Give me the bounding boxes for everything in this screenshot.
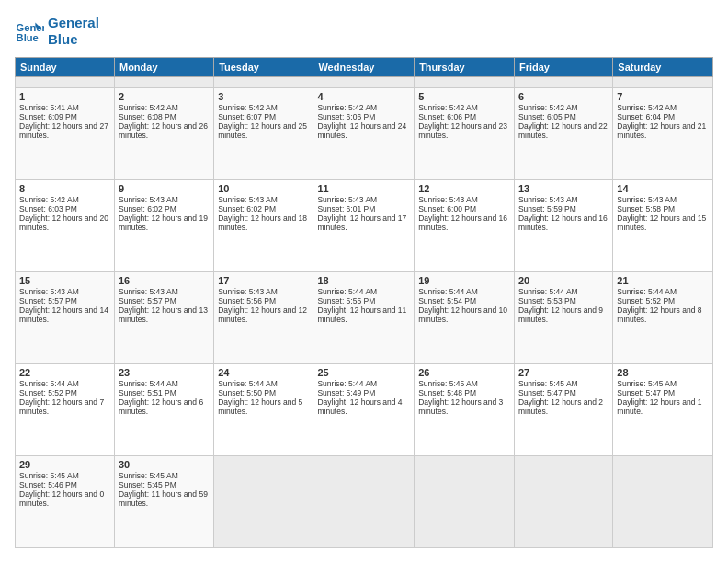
calendar-page: General Blue General Blue SundayMondayTu… [0,0,728,563]
day-number: 22 [19,367,110,378]
sunset: Sunset: 6:00 PM [418,204,476,213]
calendar-cell [214,455,313,547]
sunset: Sunset: 6:02 PM [218,204,276,213]
col-header-tuesday: Tuesday [214,58,313,77]
header: General Blue General Blue [15,15,713,48]
daylight-label: Daylight: 12 hours and 7 minutes. [19,397,104,416]
day-number: 17 [218,275,309,286]
day-number: 1 [19,91,110,102]
calendar-cell: 12Sunrise: 5:43 AMSunset: 6:00 PMDayligh… [415,179,515,271]
sunrise: Sunrise: 5:42 AM [317,103,377,112]
sunset: Sunset: 6:03 PM [19,204,77,213]
sunrise: Sunrise: 5:42 AM [518,103,578,112]
daylight-label: Daylight: 12 hours and 3 minutes. [418,397,503,416]
calendar-cell: 16Sunrise: 5:43 AMSunset: 5:57 PMDayligh… [114,271,213,363]
svg-text:Blue: Blue [17,32,39,43]
calendar-cell: 18Sunrise: 5:44 AMSunset: 5:55 PMDayligh… [313,271,415,363]
logo-general: General [48,15,99,31]
sunrise: Sunrise: 5:44 AM [19,379,79,388]
calendar-cell: 26Sunrise: 5:45 AMSunset: 5:48 PMDayligh… [415,363,515,455]
sunrise: Sunrise: 5:43 AM [19,287,79,296]
calendar-cell: 14Sunrise: 5:43 AMSunset: 5:58 PMDayligh… [613,179,713,271]
sunset: Sunset: 5:47 PM [617,388,675,397]
daylight-label: Daylight: 12 hours and 2 minutes. [518,397,603,416]
col-header-thursday: Thursday [415,58,515,77]
daylight-label: Daylight: 11 hours and 59 minutes. [119,489,208,508]
sunset: Sunset: 6:05 PM [518,112,576,121]
day-number: 29 [19,459,110,470]
calendar-cell: 15Sunrise: 5:43 AMSunset: 5:57 PMDayligh… [16,271,115,363]
daylight-label: Daylight: 12 hours and 18 minutes. [218,213,307,232]
calendar-cell: 25Sunrise: 5:44 AMSunset: 5:49 PMDayligh… [313,363,415,455]
daylight-label: Daylight: 12 hours and 11 minutes. [317,305,406,324]
logo-blue: Blue [48,31,99,48]
day-number: 25 [317,367,410,378]
calendar-cell [313,77,415,88]
calendar-cell: 7Sunrise: 5:42 AMSunset: 6:04 PMDaylight… [613,87,713,179]
sunset: Sunset: 5:52 PM [19,388,77,397]
calendar-cell [613,77,713,88]
logo-icon: General Blue [15,17,44,46]
calendar-cell [514,455,612,547]
day-number: 16 [119,275,210,286]
calendar-cell: 3Sunrise: 5:42 AMSunset: 6:07 PMDaylight… [214,87,313,179]
calendar-cell: 10Sunrise: 5:43 AMSunset: 6:02 PMDayligh… [214,179,313,271]
sunset: Sunset: 5:57 PM [119,296,176,305]
daylight-label: Daylight: 12 hours and 15 minutes. [617,213,706,232]
calendar-cell: 4Sunrise: 5:42 AMSunset: 6:06 PMDaylight… [313,87,415,179]
sunrise: Sunrise: 5:44 AM [218,379,278,388]
sunset: Sunset: 6:08 PM [119,112,176,121]
day-number: 20 [518,275,609,286]
col-header-monday: Monday [114,58,213,77]
day-number: 21 [617,275,709,286]
sunset: Sunset: 5:52 PM [617,296,675,305]
calendar-cell: 13Sunrise: 5:43 AMSunset: 5:59 PMDayligh… [514,179,612,271]
day-number: 2 [119,91,210,102]
sunrise: Sunrise: 5:44 AM [617,287,677,296]
day-number: 27 [518,367,609,378]
daylight-label: Daylight: 12 hours and 24 minutes. [317,121,406,140]
calendar-cell [514,77,612,88]
sunset: Sunset: 5:51 PM [119,388,176,397]
daylight-label: Daylight: 12 hours and 23 minutes. [418,121,507,140]
calendar-cell [114,77,213,88]
day-number: 4 [317,91,410,102]
daylight-label: Daylight: 12 hours and 21 minutes. [617,121,706,140]
sunset: Sunset: 5:48 PM [418,388,476,397]
daylight-label: Daylight: 12 hours and 14 minutes. [19,305,108,324]
sunset: Sunset: 5:50 PM [218,388,276,397]
sunrise: Sunrise: 5:44 AM [418,287,478,296]
calendar-cell [415,455,515,547]
daylight-label: Daylight: 12 hours and 8 minutes. [617,305,701,324]
week-row-3: 15Sunrise: 5:43 AMSunset: 5:57 PMDayligh… [16,271,713,363]
calendar-cell [214,77,313,88]
calendar-cell: 1Sunrise: 5:41 AMSunset: 6:09 PMDaylight… [16,87,115,179]
sunrise: Sunrise: 5:45 AM [518,379,578,388]
sunset: Sunset: 5:45 PM [119,480,176,489]
calendar-header-row: SundayMondayTuesdayWednesdayThursdayFrid… [16,58,713,77]
day-number: 23 [119,367,210,378]
calendar-cell: 29Sunrise: 5:45 AMSunset: 5:46 PMDayligh… [16,455,115,547]
sunset: Sunset: 6:04 PM [617,112,675,121]
sunset: Sunset: 5:47 PM [518,388,576,397]
calendar-cell: 24Sunrise: 5:44 AMSunset: 5:50 PMDayligh… [214,363,313,455]
sunrise: Sunrise: 5:44 AM [119,379,178,388]
calendar-cell: 27Sunrise: 5:45 AMSunset: 5:47 PMDayligh… [514,363,612,455]
sunset: Sunset: 5:46 PM [19,480,77,489]
sunrise: Sunrise: 5:45 AM [617,379,677,388]
calendar-cell: 28Sunrise: 5:45 AMSunset: 5:47 PMDayligh… [613,363,713,455]
calendar-cell: 19Sunrise: 5:44 AMSunset: 5:54 PMDayligh… [415,271,515,363]
calendar-cell: 23Sunrise: 5:44 AMSunset: 5:51 PMDayligh… [114,363,213,455]
calendar-cell: 8Sunrise: 5:42 AMSunset: 6:03 PMDaylight… [16,179,115,271]
sunrise: Sunrise: 5:44 AM [317,379,377,388]
sunrise: Sunrise: 5:45 AM [19,471,79,480]
week-row-5: 29Sunrise: 5:45 AMSunset: 5:46 PMDayligh… [16,455,713,547]
daylight-label: Daylight: 12 hours and 1 minute. [617,397,701,416]
col-header-friday: Friday [514,58,612,77]
sunrise: Sunrise: 5:41 AM [19,103,79,112]
day-number: 9 [119,183,210,194]
calendar-cell: 20Sunrise: 5:44 AMSunset: 5:53 PMDayligh… [514,271,612,363]
daylight-label: Daylight: 12 hours and 26 minutes. [119,121,208,140]
sunset: Sunset: 5:53 PM [518,296,576,305]
day-number: 26 [418,367,510,378]
